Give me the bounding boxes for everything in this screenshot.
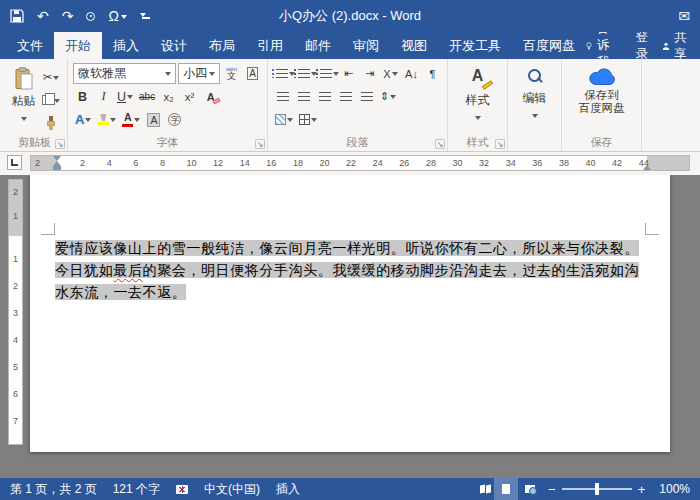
ribbon-tab-7[interactable]: 邮件 (294, 32, 342, 59)
underline-button[interactable]: U (115, 87, 135, 107)
copy-button[interactable] (40, 90, 62, 110)
omega-symbol-icon[interactable]: Ω (108, 8, 126, 24)
styles-dialog-launcher[interactable]: ↘ (495, 139, 505, 149)
chevron-down-icon (311, 118, 317, 125)
superscript-button[interactable]: x² (180, 87, 199, 107)
document-text[interactable]: 爱情应该像山上的雪一般纯洁，像云间月亮一样光明。听说你怀有二心，所以来与你决裂。… (55, 237, 649, 303)
borders-icon (299, 114, 310, 125)
zoom-in-button[interactable]: + (632, 482, 652, 497)
left-indent-marker[interactable] (53, 166, 61, 170)
zoom-thumb[interactable] (595, 483, 599, 495)
share-button[interactable]: 共享 (662, 29, 691, 63)
bullet-list-icon (272, 69, 288, 78)
customize-qat-icon[interactable] (140, 9, 146, 23)
proofing-status-button[interactable] (168, 482, 196, 496)
language-indicator[interactable]: 中文(中国) (196, 481, 268, 498)
sign-in-button[interactable]: 登录 (635, 29, 648, 63)
decrease-indent-button[interactable]: ⇤ (339, 64, 358, 84)
sort-button[interactable]: A↓ (402, 64, 421, 84)
text-line[interactable]: 今日犹如最后的聚会，明日便将分手沟头。我缓缓的移动脚步沿沟走去，过去的生活宛如沟 (55, 259, 649, 281)
numbering-button[interactable] (295, 64, 315, 84)
ribbon-tab-3[interactable]: 插入 (102, 32, 150, 59)
font-color-button[interactable]: A (120, 110, 142, 130)
ribbon-tab-6[interactable]: 引用 (246, 32, 294, 59)
font-name-combo[interactable]: 微软雅黑 (73, 63, 176, 84)
phonetic-guide-button[interactable]: wén 文 (222, 64, 241, 84)
text-line[interactable]: 水东流，一去不返。 (55, 281, 649, 303)
word-count[interactable]: 121 个字 (105, 481, 168, 498)
ribbon-tab-8[interactable]: 审阅 (342, 32, 390, 59)
vertical-ruler[interactable]: 211234567 (8, 179, 23, 445)
paste-button[interactable]: 粘贴 (7, 62, 40, 136)
align-center-button[interactable] (294, 87, 313, 107)
read-mode-button[interactable] (470, 478, 494, 500)
text-line[interactable]: 爱情应该像山上的雪一般纯洁，像云间月亮一样光明。听说你怀有二心，所以来与你决裂。 (55, 237, 649, 259)
font-size-combo[interactable]: 小四 (178, 63, 220, 84)
ribbon-tab-11[interactable]: 百度网盘 (512, 32, 586, 59)
page-indicator[interactable]: 第 1 页，共 2 页 (2, 481, 105, 498)
shading-button[interactable] (273, 110, 295, 130)
ribbon-tab-1[interactable]: 文件 (6, 32, 54, 59)
zoom-slider[interactable] (562, 478, 632, 500)
horizontal-ruler[interactable]: 2 24681012141618202224262830323436384042… (30, 155, 690, 171)
multilevel-list-button[interactable] (317, 64, 337, 84)
strikethrough-button[interactable]: abc (137, 87, 157, 107)
envelope-icon[interactable]: ✉ (678, 8, 690, 24)
ribbon-tab-4[interactable]: 设计 (150, 32, 198, 59)
chevron-down-icon (287, 118, 293, 125)
ribbon-tab-9[interactable]: 视图 (390, 32, 438, 59)
ribbon-tab-10[interactable]: 开发工具 (438, 32, 512, 59)
hanging-indent-marker[interactable] (53, 157, 61, 166)
clipboard-dialog-launcher[interactable]: ↘ (55, 139, 65, 149)
ribbon-tab-5[interactable]: 布局 (198, 32, 246, 59)
justify-button[interactable] (336, 87, 355, 107)
text-boundary-mark-right (645, 223, 659, 235)
align-left-button[interactable] (273, 87, 292, 107)
zoom-out-button[interactable]: − (542, 482, 562, 497)
hruler-number: 24 (373, 156, 383, 170)
redo-icon[interactable]: ↷ (62, 8, 74, 24)
increase-indent-button[interactable]: ⇥ (360, 64, 379, 84)
font-dialog-launcher[interactable]: ↘ (255, 139, 265, 149)
font-name-value: 微软雅黑 (78, 65, 126, 82)
undo-icon[interactable]: ↶ (37, 8, 49, 24)
tab-stop-selector[interactable] (7, 155, 22, 170)
text-highlight-button[interactable] (95, 110, 118, 130)
format-painter-button[interactable] (40, 113, 62, 133)
bullets-button[interactable] (273, 64, 293, 84)
print-layout-button[interactable] (494, 478, 518, 500)
save-icon[interactable] (10, 9, 24, 23)
text-effects-icon: A (75, 112, 84, 127)
borders-button[interactable] (297, 110, 319, 130)
character-border-button[interactable]: A (243, 64, 262, 84)
zoom-level[interactable]: 100% (651, 482, 698, 496)
web-layout-button[interactable] (518, 478, 542, 500)
text-effects-button[interactable]: A (73, 110, 93, 130)
enclose-characters-button[interactable]: 字 (165, 110, 184, 130)
paragraph-dialog-launcher[interactable]: ↘ (435, 139, 445, 149)
italic-button[interactable]: I (94, 87, 113, 107)
line-spacing-button[interactable]: ⇕ (378, 87, 398, 107)
asian-layout-button[interactable]: X (381, 64, 400, 84)
bold-button[interactable]: B (73, 87, 92, 107)
cut-button[interactable]: ✂ (40, 67, 62, 87)
document-area[interactable]: 211234567 爱情应该像山上的雪一般纯洁，像云间月亮一样光明。听说你怀有二… (0, 175, 700, 478)
show-marks-button[interactable]: ¶ (423, 64, 442, 84)
save-to-baidu-button[interactable]: 保存到 百度网盘 (567, 62, 636, 136)
page[interactable]: 爱情应该像山上的雪一般纯洁，像云间月亮一样光明。听说你怀有二心，所以来与你决裂。… (30, 175, 670, 452)
align-right-button[interactable] (315, 87, 334, 107)
touch-mode-icon[interactable] (86, 12, 95, 21)
ribbon-tab-2[interactable]: 开始 (54, 32, 102, 59)
styles-button[interactable]: A 样式 (453, 62, 502, 136)
chevron-down-icon (209, 72, 215, 79)
subscript-button[interactable]: x₂ (159, 87, 178, 107)
paste-dropdown-icon[interactable] (21, 117, 27, 124)
distribute-button[interactable] (357, 87, 376, 107)
titlebar: ↶ ↷ Ω 小Q办公 (2).docx - Word ✉ (0, 0, 700, 32)
character-shading-button[interactable]: A (144, 110, 163, 130)
ruler-margin-number: 2 (35, 156, 40, 170)
clear-formatting-button[interactable]: A (201, 87, 220, 107)
insert-mode-indicator[interactable]: 插入 (268, 481, 308, 498)
editing-button[interactable]: 编辑 (513, 62, 556, 136)
vruler-number: 4 (9, 335, 22, 345)
